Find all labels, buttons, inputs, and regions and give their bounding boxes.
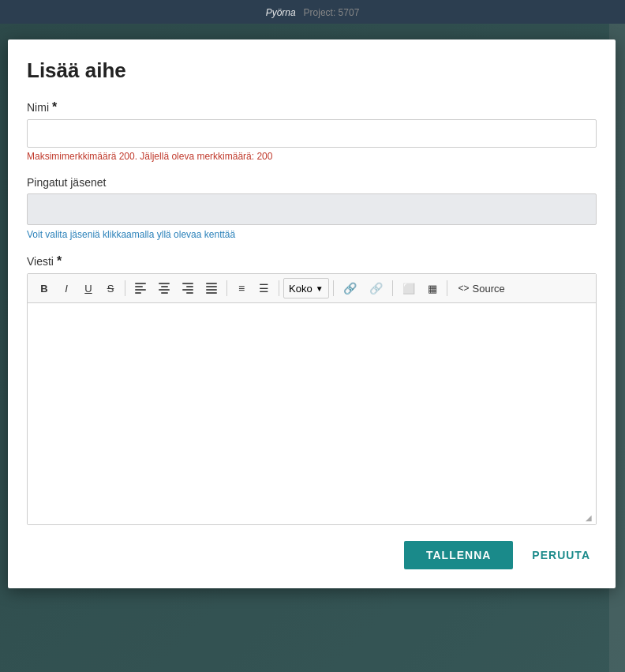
chevron-down-icon: ▼ bbox=[316, 284, 324, 293]
editor-toolbar: B I U S bbox=[28, 274, 596, 303]
nimi-required: * bbox=[52, 100, 57, 115]
viesti-label: Viesti * bbox=[27, 254, 597, 268]
nimi-input[interactable] bbox=[27, 119, 597, 148]
strikethrough-button[interactable]: S bbox=[100, 278, 121, 298]
table-button[interactable]: ▦ bbox=[422, 278, 443, 298]
size-dropdown[interactable]: Koko ▼ bbox=[283, 278, 329, 298]
divider-6 bbox=[447, 280, 447, 296]
unordered-list-button[interactable]: ☰ bbox=[253, 278, 275, 298]
divider-1 bbox=[125, 280, 125, 296]
nimi-label: Nimi * bbox=[27, 100, 597, 115]
image-button[interactable]: ⬜ bbox=[397, 278, 421, 298]
align-right-button[interactable] bbox=[177, 278, 199, 298]
divider-4 bbox=[333, 280, 334, 296]
project-subtitle: Project: 5707 bbox=[304, 7, 360, 18]
pingatut-input[interactable] bbox=[27, 193, 597, 225]
code-icon: <> bbox=[458, 283, 470, 294]
align-left-icon bbox=[135, 283, 146, 294]
source-label: Source bbox=[473, 283, 505, 295]
modal-add-topic: Lisää aihe Nimi * Maksimimerkkimäärä 200… bbox=[8, 39, 616, 588]
align-center-icon bbox=[159, 283, 170, 294]
ordered-list-button[interactable]: ≡ bbox=[231, 278, 252, 298]
size-dropdown-label: Koko bbox=[289, 283, 312, 295]
unlink-icon: 🔗 bbox=[369, 282, 383, 295]
cancel-button[interactable]: PERUUTA bbox=[526, 541, 597, 569]
align-center-button[interactable] bbox=[153, 278, 175, 298]
pingatut-hint: Voit valita jäseniä klikkaamalla yllä ol… bbox=[27, 229, 597, 240]
nimi-section: Nimi * Maksimimerkkimäärä 200. Jäljellä … bbox=[27, 100, 597, 162]
viesti-section: Viesti * B I U S bbox=[27, 254, 597, 525]
italic-button[interactable]: I bbox=[56, 278, 77, 298]
align-left-button[interactable] bbox=[129, 278, 152, 298]
viesti-required: * bbox=[57, 254, 62, 268]
image-icon: ⬜ bbox=[402, 283, 415, 295]
source-button[interactable]: <> Source bbox=[451, 278, 512, 298]
link-icon: 🔗 bbox=[343, 282, 357, 295]
rich-text-editor: B I U S bbox=[27, 273, 597, 525]
divider-2 bbox=[226, 280, 227, 296]
divider-3 bbox=[279, 280, 279, 296]
save-button[interactable]: TALLENNA bbox=[404, 541, 513, 569]
resize-handle: ◢ bbox=[586, 514, 593, 522]
editor-body[interactable]: ◢ bbox=[28, 303, 596, 524]
unlink-button[interactable]: 🔗 bbox=[364, 278, 388, 298]
underline-button[interactable]: U bbox=[78, 278, 99, 298]
char-count: Maksimimerkkimäärä 200. Jäljellä oleva m… bbox=[27, 151, 597, 162]
table-icon: ▦ bbox=[428, 283, 437, 295]
link-button[interactable]: 🔗 bbox=[338, 278, 362, 298]
app-title: Pyörna Project: 5707 bbox=[266, 6, 360, 18]
divider-5 bbox=[392, 280, 393, 296]
align-right-icon bbox=[182, 283, 193, 294]
modal-title: Lisää aihe bbox=[27, 58, 597, 83]
align-justify-button[interactable] bbox=[200, 278, 223, 298]
bold-button[interactable]: B bbox=[34, 278, 54, 298]
pingatut-label: Pingatut jäsenet bbox=[27, 176, 597, 189]
modal-actions: TALLENNA PERUUTA bbox=[27, 541, 597, 569]
unordered-list-icon: ☰ bbox=[259, 282, 269, 295]
pingatut-section: Pingatut jäsenet Voit valita jäseniä kli… bbox=[27, 176, 597, 240]
align-justify-icon bbox=[206, 283, 217, 294]
ordered-list-icon: ≡ bbox=[238, 282, 245, 295]
